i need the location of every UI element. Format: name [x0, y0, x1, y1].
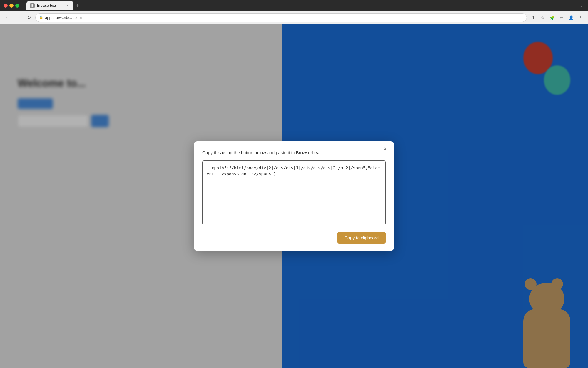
close-window-button[interactable]: [4, 4, 8, 8]
new-tab-button[interactable]: +: [74, 2, 82, 10]
page-content: Welcome to... × Copy this using t: [0, 24, 588, 368]
tab-bar: B Browserbear × +: [24, 1, 576, 10]
maximize-window-button[interactable]: [15, 4, 19, 8]
profile-button[interactable]: 👤: [567, 14, 575, 22]
forward-button[interactable]: →: [14, 14, 22, 22]
share-button[interactable]: ⬆: [529, 14, 537, 22]
lock-icon: 🔒: [39, 16, 43, 19]
copy-to-clipboard-button[interactable]: Copy to clipboard: [337, 232, 386, 244]
tab-favicon: B: [30, 3, 35, 8]
tab-close-button[interactable]: ×: [65, 3, 70, 8]
refresh-button[interactable]: ↻: [25, 14, 33, 22]
modal-overlay: × Copy this using the button below and p…: [0, 24, 588, 368]
browser-toolbar: ← → ↻ 🔒 app.browserbear.com ⬆ ☆ 🧩 ▭ 👤 ⋮: [0, 11, 588, 24]
sidebar-button[interactable]: ▭: [557, 14, 566, 22]
modal-description: Copy this using the button below and pas…: [202, 150, 386, 156]
address-bar[interactable]: 🔒 app.browserbear.com: [35, 13, 527, 22]
menu-button[interactable]: ⋮: [576, 14, 584, 22]
traffic-lights: [4, 4, 19, 8]
url-text: app.browserbear.com: [45, 15, 82, 20]
back-button[interactable]: ←: [4, 14, 12, 22]
modal-dialog: × Copy this using the button below and p…: [194, 141, 394, 251]
minimize-window-button[interactable]: [9, 4, 14, 8]
tabs-chevron-icon[interactable]: ⌄: [579, 1, 584, 10]
modal-close-button[interactable]: ×: [381, 145, 389, 153]
bookmark-button[interactable]: ☆: [539, 14, 547, 22]
toolbar-actions: ⬆ ☆ 🧩 ▭ 👤 ⋮: [529, 14, 584, 22]
modal-textarea[interactable]: [202, 160, 386, 225]
extensions-button[interactable]: 🧩: [548, 14, 556, 22]
modal-footer: Copy to clipboard: [202, 232, 386, 244]
tab-title: Browserbear: [37, 4, 63, 8]
browser-frame: B Browserbear × + ⌄ ← → ↻ 🔒 app.browserb…: [0, 0, 588, 368]
browser-titlebar: B Browserbear × + ⌄: [0, 0, 588, 11]
browser-tab-active[interactable]: B Browserbear ×: [26, 1, 74, 10]
